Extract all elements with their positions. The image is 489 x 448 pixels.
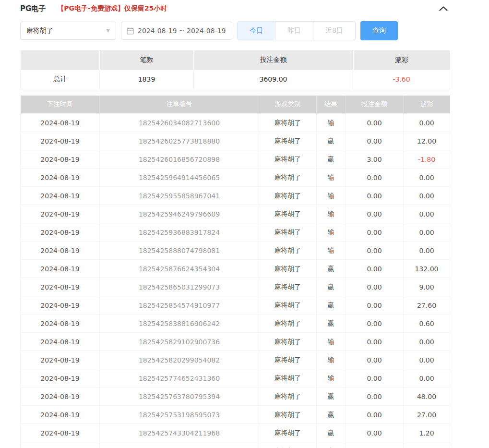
table-row: 2024-08-191825425838816906242麻将胡了赢0.000.… xyxy=(21,315,450,333)
cell-result: 输 xyxy=(317,333,346,351)
cell-bet-amount: 0.00 xyxy=(346,114,404,132)
column-header: 结果 xyxy=(317,96,346,114)
cell-bet-time: 2024-08-19 xyxy=(21,114,100,132)
summary-row: 总计 1839 3609.00 -3.60 xyxy=(21,70,450,89)
cell-payout: 0.00 xyxy=(404,351,450,369)
cell-order-number: 1825425876624354304 xyxy=(100,260,259,278)
quick-filter-button-今日[interactable]: 今日 xyxy=(237,21,275,40)
cell-payout: 0.60 xyxy=(404,315,450,333)
cell-bet-time: 2024-08-19 xyxy=(21,150,100,169)
table-row: 2024-08-191825425936883917824麻将胡了输0.000.… xyxy=(21,223,450,242)
cell-bet-time: 2024-08-19 xyxy=(21,333,100,351)
table-row: 2024-08-191825425964914456065麻将胡了输0.000.… xyxy=(21,169,450,187)
cell-order-number: 1825425854574910977 xyxy=(100,296,259,315)
cell-bet-time: 2024-08-19 xyxy=(21,296,100,315)
cell-payout: 4.20 xyxy=(404,442,450,448)
table-row: 2024-08-191825425865031299073麻将胡了赢0.009.… xyxy=(21,278,450,296)
cell-game-type: 麻将胡了 xyxy=(259,351,317,369)
cell-result: 输 xyxy=(317,369,346,387)
cell-bet-amount: 0.00 xyxy=(346,169,404,187)
page: PG电子 【PG电子-免费游戏】仅保留25小时 麻将胡了 ▼ xyxy=(0,0,489,448)
cell-payout: 0.00 xyxy=(404,242,450,260)
cell-payout: 0.00 xyxy=(404,369,450,387)
cell-result: 输 xyxy=(317,187,346,205)
table-row: 2024-08-191825426034082713600麻将胡了输0.000.… xyxy=(21,114,450,132)
cell-order-number: 1825426016856720898 xyxy=(100,150,259,169)
cell-result: 赢 xyxy=(317,315,346,333)
cell-bet-amount: 0.00 xyxy=(346,205,404,223)
table-row: 2024-08-191825425888074798081麻将胡了输0.000.… xyxy=(21,242,450,260)
cell-payout: 0.00 xyxy=(404,205,450,223)
summary-bet-amount-value: 3609.00 xyxy=(194,70,353,89)
cell-order-number: 1825425753198595073 xyxy=(100,406,259,424)
table-row: 2024-08-191825426025773818880麻将胡了赢0.0012… xyxy=(21,132,450,150)
cell-game-type: 麻将胡了 xyxy=(259,424,317,442)
cell-bet-time: 2024-08-19 xyxy=(21,369,100,387)
cell-bet-amount: 0.00 xyxy=(346,387,404,406)
cell-bet-amount: 0.00 xyxy=(346,278,404,296)
cell-game-type: 麻将胡了 xyxy=(259,169,317,187)
cell-payout: 0.00 xyxy=(404,223,450,242)
cell-result: 赢 xyxy=(317,406,346,424)
cell-result: 赢 xyxy=(317,278,346,296)
query-button[interactable]: 查询 xyxy=(360,21,398,40)
cell-result: 输 xyxy=(317,223,346,242)
column-header: 下注时间 xyxy=(21,96,100,114)
cell-order-number: 1825425865031299073 xyxy=(100,278,259,296)
summary-total-label: 总计 xyxy=(21,70,100,89)
cell-order-number: 1825425774652431360 xyxy=(100,369,259,387)
page-title: PG电子 xyxy=(20,4,46,13)
cell-bet-time: 2024-08-19 xyxy=(21,424,100,442)
cell-bet-time: 2024-08-19 xyxy=(21,278,100,296)
cell-game-type: 麻将胡了 xyxy=(259,132,317,150)
cell-bet-amount: 0.00 xyxy=(346,187,404,205)
cell-game-type: 麻将胡了 xyxy=(259,296,317,315)
cell-bet-amount: 3.00 xyxy=(346,150,404,169)
game-select[interactable]: 麻将胡了 ▼ xyxy=(20,22,116,40)
cell-game-type: 麻将胡了 xyxy=(259,387,317,406)
cell-result: 输 xyxy=(317,205,346,223)
table-row: 2024-08-191825425820299054082麻将胡了输0.000.… xyxy=(21,351,450,369)
cell-payout: 12.00 xyxy=(404,132,450,150)
cell-bet-time: 2024-08-19 xyxy=(21,406,100,424)
cell-bet-amount: 0.00 xyxy=(346,260,404,278)
cell-order-number: 1825425829102900736 xyxy=(100,333,259,351)
cell-payout: 9.00 xyxy=(404,278,450,296)
cell-payout: 0.00 xyxy=(404,333,450,351)
cell-payout: 0.00 xyxy=(404,187,450,205)
cell-game-type: 麻将胡了 xyxy=(259,223,317,242)
cell-order-number: 1825425763780795394 xyxy=(100,387,259,406)
cell-order-number: 1825425743304211968 xyxy=(100,424,259,442)
cell-order-number: 1825425964914456065 xyxy=(100,169,259,187)
cell-result: 赢 xyxy=(317,442,346,448)
table-row: 2024-08-191825425829102900736麻将胡了输0.000.… xyxy=(21,333,450,351)
cell-order-number: 1825425838816906242 xyxy=(100,315,259,333)
cell-bet-amount: 0.00 xyxy=(346,296,404,315)
table-row: 2024-08-191825425946249796609麻将胡了输0.000.… xyxy=(21,205,450,223)
cell-result: 输 xyxy=(317,169,346,187)
table-row: 2024-08-191825425743304211968麻将胡了赢0.001.… xyxy=(21,424,450,442)
table-row: 2024-08-191825425876624354304麻将胡了赢0.0013… xyxy=(21,260,450,278)
cell-bet-time: 2024-08-19 xyxy=(21,315,100,333)
bet-table-header-row: 下注时间注单编号游戏类别结果投注金额派彩 xyxy=(21,96,450,114)
collapse-button[interactable] xyxy=(437,4,450,13)
quick-filter-button-昨日[interactable]: 昨日 xyxy=(275,21,313,40)
cell-bet-amount: 0.00 xyxy=(346,406,404,424)
quick-filter-button-近8日[interactable]: 近8日 xyxy=(313,21,356,40)
cell-game-type: 麻将胡了 xyxy=(259,205,317,223)
cell-game-type: 麻将胡了 xyxy=(259,187,317,205)
summary-payout-value: -3.60 xyxy=(353,70,450,89)
cell-game-type: 麻将胡了 xyxy=(259,442,317,448)
cell-order-number: 1825425955858967041 xyxy=(100,187,259,205)
table-row: 2024-08-191825425753198595073麻将胡了赢0.0027… xyxy=(21,406,450,424)
cell-bet-amount: 0.00 xyxy=(346,132,404,150)
cell-game-type: 麻将胡了 xyxy=(259,278,317,296)
summary-header-count: 笔数 xyxy=(100,50,194,70)
calendar-icon xyxy=(127,27,134,35)
cell-payout: 48.00 xyxy=(404,387,450,406)
cell-bet-amount: 0.00 xyxy=(346,223,404,242)
cell-result: 赢 xyxy=(317,387,346,406)
date-range-input[interactable]: 2024-08-19 ~ 2024-08-19 xyxy=(121,22,232,40)
chevron-down-icon: ▼ xyxy=(106,28,110,33)
cell-bet-time: 2024-08-19 xyxy=(21,132,100,150)
